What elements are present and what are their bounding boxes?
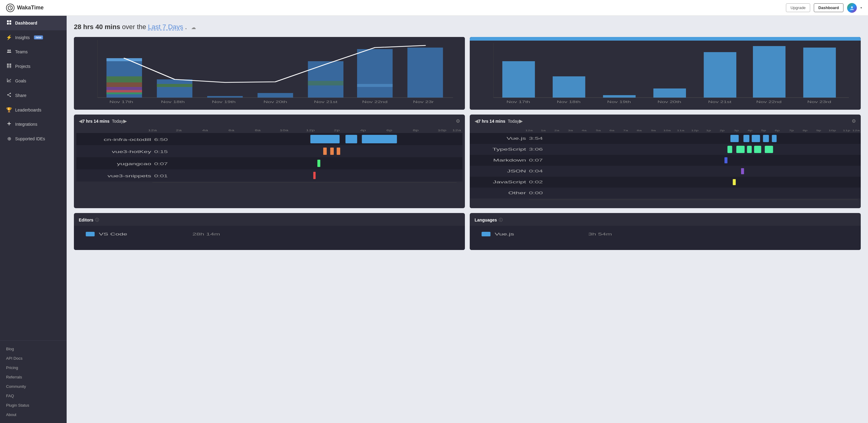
svg-rect-83 (362, 135, 397, 143)
sidebar-item-insights[interactable]: ⚡ Insights new (0, 30, 67, 44)
svg-rect-130 (752, 135, 760, 142)
svg-rect-28 (106, 90, 142, 92)
sidebar-footer-referrals[interactable]: Referrals (0, 372, 67, 382)
sidebar-item-integrations[interactable]: Integrations (0, 117, 67, 131)
summary-period-link[interactable]: Last 7 Days (148, 23, 183, 31)
logo-icon (6, 4, 14, 12)
svg-text:Vue.js: Vue.js (507, 137, 526, 141)
gear-icon-right[interactable]: ⚙ (851, 118, 856, 124)
svg-rect-125 (470, 133, 861, 144)
chevron-down-icon[interactable]: ▾ (861, 6, 862, 9)
svg-rect-52 (603, 95, 636, 97)
dashboard-icon (6, 20, 12, 26)
svg-text:JSON: JSON (507, 169, 526, 173)
svg-rect-27 (106, 87, 142, 90)
svg-text:yugangcao: yugangcao (117, 162, 151, 166)
leaderboards-icon: 🏆 (6, 107, 12, 113)
svg-point-15 (7, 94, 8, 95)
svg-text:28h 14m: 28h 14m (192, 232, 220, 236)
sidebar-footer-blog[interactable]: Blog (0, 344, 67, 354)
avatar[interactable] (847, 3, 857, 13)
sidebar-footer-pricing[interactable]: Pricing (0, 363, 67, 372)
svg-text:9a: 9a (651, 129, 656, 131)
svg-rect-53 (653, 89, 686, 97)
svg-text:Nov 21st: Nov 21st (708, 100, 732, 103)
svg-rect-8 (7, 64, 9, 65)
svg-text:2a: 2a (554, 129, 559, 131)
svg-text:8p: 8p (803, 129, 807, 131)
svg-line-17 (8, 94, 10, 94)
svg-rect-11 (9, 65, 11, 67)
logo: WakaTime (6, 4, 43, 12)
charts-grid: Nov 17th Nov 18th Nov 19th Nov 20th Nov … (74, 37, 861, 250)
sidebar-footer-about[interactable]: About (0, 410, 67, 419)
upgrade-button[interactable]: Upgrade (786, 3, 810, 12)
svg-rect-144 (724, 157, 727, 163)
sidebar-item-label: Goals (15, 79, 26, 83)
prev-arrow-left[interactable]: ◀ (79, 118, 82, 124)
svg-text:Nov 19th: Nov 19th (212, 100, 236, 103)
svg-text:Nov 19th: Nov 19th (607, 100, 631, 103)
svg-rect-32 (207, 96, 243, 97)
dashboard-button[interactable]: Dashboard (814, 3, 843, 12)
svg-text:3:06: 3:06 (529, 147, 543, 151)
svg-text:2p: 2p (334, 129, 340, 132)
svg-text:6a: 6a (609, 129, 615, 131)
activity-period-right: Today (508, 119, 519, 124)
svg-rect-158 (86, 232, 94, 236)
svg-rect-161 (470, 226, 861, 250)
svg-text:VS Code: VS Code (99, 232, 127, 236)
svg-text:0:01: 0:01 (154, 174, 168, 178)
sidebar-item-label: Supported IDEs (15, 137, 45, 141)
sidebar-footer-plugin-status[interactable]: Plugin Status (0, 400, 67, 410)
svg-rect-136 (727, 146, 732, 153)
sidebar-footer-faq[interactable]: FAQ (0, 391, 67, 400)
svg-text:8a: 8a (255, 129, 261, 132)
svg-text:Nov 18th: Nov 18th (161, 100, 185, 103)
sidebar-footer-api-docs[interactable]: API Docs (0, 354, 67, 363)
svg-rect-141 (470, 155, 861, 166)
sidebar-item-teams[interactable]: Teams (0, 44, 67, 59)
svg-text:8a: 8a (637, 129, 642, 131)
svg-text:0:07: 0:07 (529, 158, 543, 162)
svg-text:0:15: 0:15 (154, 150, 168, 154)
svg-text:12a: 12a (525, 129, 533, 131)
next-arrow-right[interactable]: ▶ (519, 118, 523, 124)
sidebar-item-dashboard[interactable]: Dashboard (0, 16, 67, 30)
svg-rect-36 (357, 49, 393, 97)
editors-info-icon[interactable]: ⓘ (95, 217, 99, 223)
activity-header-right: ◀ 7 hrs 14 mins Today ▶ ⚙ (470, 115, 861, 126)
svg-rect-9 (9, 64, 11, 65)
svg-rect-13 (9, 67, 11, 68)
sidebar-item-leaderboards[interactable]: 🏆 Leaderboards (0, 103, 67, 117)
languages-info-icon[interactable]: ⓘ (499, 217, 503, 223)
projects-icon (6, 63, 12, 69)
cloud-icon: ☁ (191, 25, 196, 30)
activity-title-right: 7 hrs 14 mins Today (478, 119, 519, 124)
svg-rect-31 (157, 84, 192, 87)
languages-activity-chart: ◀ 7 hrs 14 mins Today ▶ ⚙ 12a 1a (470, 115, 861, 208)
svg-text:1a: 1a (540, 129, 546, 131)
svg-text:6:50: 6:50 (154, 138, 168, 142)
svg-text:Nov 20th: Nov 20th (657, 100, 681, 103)
svg-rect-157 (74, 226, 465, 250)
svg-text:0:04: 0:04 (529, 169, 543, 173)
svg-rect-153 (470, 187, 861, 199)
next-arrow-left[interactable]: ▶ (123, 118, 127, 124)
sidebar-item-goals[interactable]: Goals (0, 73, 67, 88)
sidebar-footer-community[interactable]: Community (0, 382, 67, 391)
prev-arrow-right[interactable]: ◀ (474, 118, 478, 124)
svg-rect-131 (763, 135, 769, 142)
sidebar-item-share[interactable]: Share (0, 88, 67, 103)
languages-title: Languages (474, 217, 497, 222)
sidebar-item-projects[interactable]: Projects (0, 59, 67, 73)
gear-icon-left[interactable]: ⚙ (456, 118, 460, 124)
top-header: WakaTime Upgrade Dashboard ▾ (0, 0, 868, 16)
summary-dot: . (185, 23, 187, 31)
svg-rect-140 (765, 146, 773, 153)
activity-period-left: Today (112, 119, 123, 124)
svg-text:12a: 12a (852, 129, 860, 131)
svg-rect-138 (747, 146, 752, 153)
svg-text:3h 54m: 3h 54m (588, 232, 612, 236)
sidebar-item-supported-ides[interactable]: ⊕ Supported IDEs (0, 131, 67, 146)
